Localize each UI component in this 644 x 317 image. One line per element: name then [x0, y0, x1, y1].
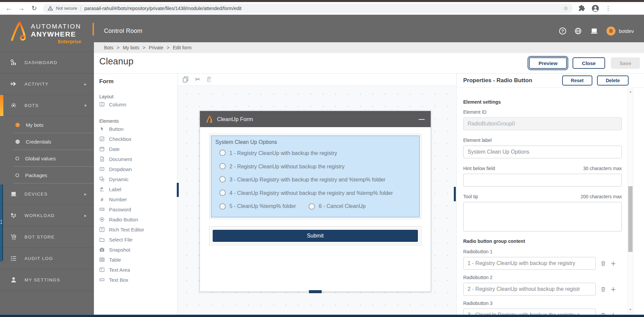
radio-option-row[interactable]: 1 - Registry CleanUp with backup the reg… — [215, 147, 415, 160]
radiobutton-3-field[interactable] — [463, 309, 596, 315]
palette-item-select-file[interactable]: Select File — [99, 234, 177, 245]
palette-item-label: Button — [109, 126, 123, 132]
radio-circle-icon[interactable] — [219, 150, 226, 156]
delete-radiobutton-icon[interactable] — [600, 286, 606, 293]
radio-circle-icon[interactable] — [219, 176, 226, 182]
sidebar-item-workload[interactable]: WORKLOAD ▸ — [0, 205, 94, 226]
palette-item-label: Dropdown — [109, 166, 132, 172]
radio-option[interactable]: 6 - Cancel CleanUp — [309, 203, 366, 210]
selection-handle-left[interactable] — [177, 183, 179, 197]
palette-item-label[interactable]: Label — [99, 184, 177, 194]
globe-icon[interactable] — [574, 27, 582, 35]
sidebar-item-bot-store[interactable]: BOT STORE — [0, 226, 94, 248]
reset-button[interactable]: Reset — [562, 75, 592, 86]
hint-field[interactable] — [463, 174, 622, 187]
submit-element[interactable]: Submit — [209, 226, 421, 245]
preview-button[interactable]: Preview — [529, 57, 567, 69]
palette-item-password[interactable]: Password — [99, 204, 177, 214]
ring-icon — [15, 173, 19, 177]
palette-item-dropdown[interactable]: Dropdown — [99, 164, 177, 174]
palette-item-radio-button[interactable]: Radio Button — [99, 214, 177, 224]
palette-item-number[interactable]: # Number — [99, 194, 177, 204]
screen: ← → ↻ Not secure | parasail-rahul/#/bots… — [0, 0, 644, 317]
radio-circle-icon[interactable] — [219, 203, 226, 210]
palette-item-label: Column — [109, 102, 126, 107]
palette-item-date[interactable]: Date — [99, 144, 177, 154]
radio-circle-icon[interactable] — [219, 163, 226, 169]
browser-menu-kebab-icon[interactable]: ⋮ — [605, 5, 611, 12]
sidebar-item-credentials[interactable]: Credentials — [0, 133, 94, 150]
brand-logo[interactable]: AUTOMATION ANYWHERE Enterprise — [0, 15, 94, 52]
scrollbar-thumb[interactable] — [628, 186, 633, 252]
radio-option-row[interactable]: 2 - Registry CleanUp without backup the … — [215, 160, 415, 173]
browser-profile-avatar[interactable] — [591, 4, 599, 12]
tooltip-field[interactable] — [463, 202, 622, 231]
breadcrumb-item-bots[interactable]: Bots — [104, 45, 113, 50]
radio-circle-icon[interactable] — [219, 190, 226, 196]
palette-item-snapshot[interactable]: Snapshot — [99, 245, 177, 255]
minimize-icon[interactable]: — — [419, 116, 425, 123]
radiobutton-1-field[interactable] — [463, 257, 596, 270]
save-button[interactable]: Save — [611, 57, 640, 69]
radio-option[interactable]: 5 - CleanUp %temp% folder — [219, 203, 296, 210]
scroll-up-icon[interactable]: ▲ — [628, 90, 633, 93]
properties-scrollbar[interactable]: ▲ ▼ — [628, 89, 633, 313]
palette-item-text-box[interactable]: Text Box — [99, 275, 177, 285]
page-title-row: Cleanup Preview Close Save — [94, 53, 644, 73]
sidebar-item-activity[interactable]: ACTIVITY ▸ — [0, 73, 94, 95]
palette-item-button[interactable]: Button — [99, 124, 177, 134]
delete-radiobutton-icon[interactable] — [600, 312, 606, 315]
delete-button[interactable]: Delete — [597, 75, 629, 86]
form-window-titlebar[interactable]: CleanUp Form — — [200, 111, 431, 127]
device-laptop-icon[interactable] — [590, 27, 598, 35]
add-radiobutton-icon[interactable]: + — [611, 259, 616, 268]
address-bar[interactable]: Not secure | parasail-rahul/#/bots/repos… — [43, 4, 573, 13]
sidebar-item-packages[interactable]: Packages — [0, 167, 94, 183]
palette-item-column[interactable]: Column — [99, 99, 177, 109]
selection-handle-right[interactable] — [454, 187, 456, 201]
canvas-grid[interactable]: CleanUp Form — System Clean Up Options 1… — [178, 86, 456, 315]
radio-circle-icon[interactable] — [309, 203, 315, 210]
add-radiobutton-icon[interactable]: + — [611, 311, 616, 315]
collapsed-drawer-edge-tab[interactable] — [0, 184, 3, 262]
properties-body: Element settings Element ID Element labe… — [457, 88, 644, 315]
radio-option-row[interactable]: 3 - CleanUp Registry with backup the reg… — [215, 173, 415, 187]
help-icon[interactable]: ? — [559, 28, 566, 35]
palette-item-table[interactable]: Table — [99, 255, 177, 265]
sidebar-item-label: AUDIT LOG — [24, 256, 53, 261]
breadcrumb-item-my-bots[interactable]: My bots — [123, 45, 139, 50]
palette-item-dynamic[interactable]: Dynamic — [99, 174, 177, 184]
scroll-down-icon[interactable]: ▼ — [628, 308, 633, 311]
element-label-label: Element label — [463, 138, 622, 143]
palette-item-text-area[interactable]: Text Area — [99, 265, 177, 275]
cut-scissors-icon[interactable]: ✂ — [195, 76, 200, 83]
copy-icon[interactable] — [182, 76, 189, 83]
submit-button[interactable]: Submit — [213, 230, 418, 242]
window-resize-handle[interactable] — [309, 290, 322, 293]
radiobutton-2-field[interactable] — [463, 283, 596, 296]
sidebar-item-audit-log[interactable]: AUDIT LOG — [0, 248, 94, 269]
sidebar-item-global-values[interactable]: Global values — [0, 150, 94, 167]
user-chip[interactable]: B botdev — [606, 27, 634, 36]
bookmark-star-icon[interactable]: ☆ — [564, 5, 568, 11]
browser-forward-icon[interactable]: → — [17, 5, 25, 12]
breadcrumb-item-private[interactable]: Private — [149, 45, 163, 50]
sidebar-item-devices[interactable]: DEVICES ▸ — [0, 183, 94, 205]
browser-refresh-icon[interactable]: ↻ — [30, 4, 38, 12]
sidebar-item-my-settings[interactable]: MY SETTINGS — [0, 269, 94, 291]
browser-back-icon[interactable]: ← — [5, 5, 13, 12]
palette-item-document[interactable]: Document — [99, 154, 177, 164]
radio-option-row[interactable]: 4 - CleanUp Registry without backup the … — [215, 187, 415, 200]
palette-item-rich-text-editor[interactable]: Rich Text Editor — [99, 224, 177, 234]
close-button[interactable]: Close — [573, 57, 605, 69]
radio-group-element[interactable]: System Clean Up Options 1 - Registry Cle… — [209, 134, 421, 219]
sidebar-item-bots[interactable]: BOTS ▾ — [0, 95, 94, 116]
sidebar-item-my-bots[interactable]: My bots — [0, 116, 94, 133]
sidebar-item-dashboard[interactable]: DASHBOARD — [0, 52, 94, 73]
delete-radiobutton-icon[interactable] — [600, 260, 606, 267]
extensions-puzzle-icon[interactable] — [578, 4, 586, 12]
palette-item-checkbox[interactable]: Checkbox — [99, 134, 177, 144]
text-box-icon — [99, 277, 105, 282]
element-label-field[interactable] — [463, 146, 622, 158]
add-radiobutton-icon[interactable]: + — [611, 285, 616, 294]
